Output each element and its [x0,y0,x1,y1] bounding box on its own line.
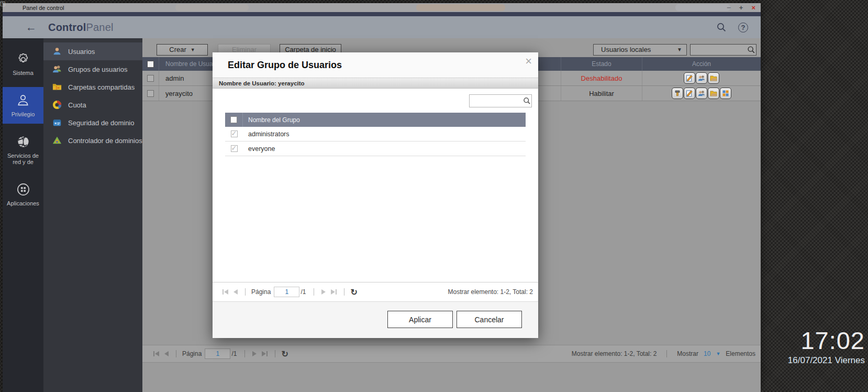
titlebar-translucency-artifact [416,4,505,11]
items-summary: Mostrar elemento: 1-2, Total: 2 [448,288,533,296]
home-folder-icon-button[interactable] [708,72,719,84]
domain-controller-icon [52,136,62,145]
dialog-title: Editar Grupo de Usuarios [228,60,342,71]
first-page-button[interactable] [222,289,228,295]
next-page-button[interactable] [321,289,326,295]
sidebar-item-cuota[interactable]: Cuota [43,96,142,114]
app-header: ← ControlPanel ? [3,16,761,38]
desktop-corner-artifact-icon: ◳ [0,0,5,7]
gear-icon [15,51,31,67]
group-column-header[interactable]: Nombre del Grupo [243,116,300,124]
edit-icon-button[interactable] [684,88,695,99]
page-number-input[interactable] [274,287,299,297]
first-page-button[interactable] [153,351,159,356]
table-search-box [690,44,756,56]
group-name: administrators [243,130,290,138]
select-all-checkbox[interactable]: ✓ [147,61,154,68]
back-arrow-icon[interactable]: ← [26,21,37,34]
group-table-header: ✓ Nombre del Grupo [225,113,526,127]
column-header-action[interactable]: Acción [642,57,761,71]
cancel-button[interactable]: Cancelar [457,311,522,328]
search-icon[interactable] [522,96,531,105]
prev-page-button[interactable] [233,289,238,295]
sidebar-item-usuarios[interactable]: Usuarios [43,42,142,60]
group-checkbox[interactable]: ✓ [231,130,238,137]
maximize-button[interactable]: + [739,4,743,11]
rail-item-aplicaciones[interactable]: Aplicaciones [3,176,43,213]
user-group-icon [52,64,62,74]
clock-time: 17:02 [788,328,865,353]
row-checkbox[interactable]: ✓ [147,75,154,82]
user-group-icon-button[interactable] [696,88,707,99]
page-total: /1 [231,350,237,357]
user-status: Deshabilitado [561,71,642,85]
section-sidebar: Usuarios Grupos de usuarios Carpetas com… [43,38,142,392]
apply-button[interactable]: Aplicar [387,311,453,328]
group-row-administrators[interactable]: ✓ administrators [225,127,526,141]
edit-icon-button[interactable] [684,72,695,84]
refresh-icon[interactable]: ↻ [350,287,357,297]
home-folder-icon-button[interactable] [708,88,719,99]
last-page-button[interactable] [331,289,337,295]
window-titlebar[interactable]: Panel de control − + × [3,3,761,12]
row-checkbox[interactable]: ✓ [147,90,154,97]
category-rail: Sistema Privilegio Servicios de red y de… [3,38,43,392]
user-status: Habilitar [561,86,642,101]
app-grid-icon [15,181,31,197]
column-header-status[interactable]: Estado [561,57,642,71]
globe-icon [15,134,31,149]
sidebar-item-seguridad[interactable]: Seguridad de dominio [43,114,142,132]
page-label: Página [251,288,271,296]
close-icon[interactable]: × [525,56,532,67]
app-privilege-icon-button[interactable] [720,88,731,99]
quota-donut-icon [52,100,62,110]
table-search-input[interactable] [691,45,747,55]
user-scope-dropdown[interactable]: Usuarios locales ▼ [593,44,687,56]
domain-security-icon [52,118,62,127]
search-icon[interactable] [716,22,727,32]
titlebar-translucency-artifact [175,4,249,11]
group-name: everyone [243,145,275,153]
clock-date: 16/07/2021 Viernes [788,355,865,366]
chevron-down-icon[interactable]: ▼ [716,351,720,356]
items-label: Elementos [726,350,755,357]
page-label: Página [182,350,202,357]
edit-user-group-dialog: Editar Grupo de Usuarios × Nombre de Usu… [213,52,538,338]
dialog-pagination: Página /1 ↻ Mostrar elemento: 1-2, Total… [213,282,538,301]
user-group-icon-button[interactable] [696,72,707,84]
change-password-icon-button[interactable] [672,88,683,99]
select-all-groups-checkbox[interactable]: ✓ [230,116,237,123]
rail-item-servicios[interactable]: Servicios de red y de [3,128,43,171]
page-number-input[interactable] [205,349,230,359]
group-checkbox[interactable]: ✓ [231,145,238,152]
page-size-value[interactable]: 10 [704,350,710,357]
rail-item-sistema[interactable]: Sistema [3,46,43,82]
rail-item-privilegio[interactable]: Privilegio [3,87,43,124]
search-icon[interactable] [747,45,756,55]
last-page-button[interactable] [262,351,268,356]
action-cell [642,86,761,101]
items-summary: Mostrar elemento: 1-2, Total: 2 [572,350,657,357]
dialog-footer: Aplicar Cancelar [213,301,538,338]
chevron-down-icon: ▼ [191,47,195,52]
help-icon[interactable]: ? [738,23,748,32]
sidebar-item-controlador[interactable]: Controlador de dominios [43,132,142,149]
group-table: ✓ Nombre del Grupo ✓ administrators ✓ ev… [225,113,526,156]
prev-page-button[interactable] [164,351,169,356]
group-search-input[interactable] [470,95,522,107]
app-title: ControlPanel [48,21,114,34]
table-pagination: Página /1 ↻ Mostrar elemento: 1-2, Total… [142,345,761,363]
group-row-everyone[interactable]: ✓ everyone [225,141,526,156]
page-total: /1 [301,288,306,296]
sidebar-item-carpetas[interactable]: Carpetas compartidas [43,78,142,96]
dialog-header: Editar Grupo de Usuarios × [213,52,538,78]
sidebar-item-grupos[interactable]: Grupos de usuarios [43,60,142,78]
user-icon [52,47,62,56]
desktop-clock: 17:02 16/07/2021 Viernes [788,328,865,366]
refresh-icon[interactable]: ↻ [281,349,288,359]
close-window-button[interactable]: × [751,4,755,11]
create-button[interactable]: Crear ▼ [157,44,208,56]
titlebar-accent-strip [3,12,761,16]
group-search-box [469,94,532,107]
next-page-button[interactable] [252,351,257,356]
